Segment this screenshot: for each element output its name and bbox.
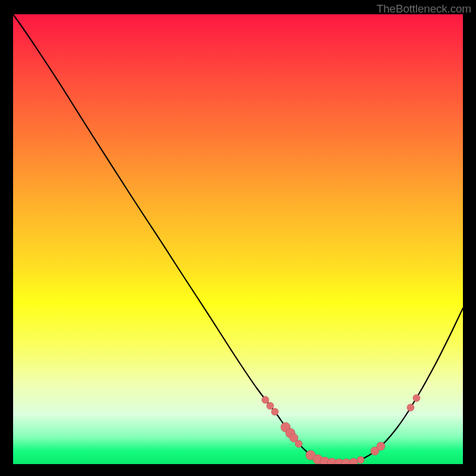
highlight-dot [407, 404, 414, 411]
chart-plot-area [13, 14, 463, 464]
highlight-dot [267, 402, 274, 409]
highlight-dot [349, 458, 358, 464]
highlight-dot [271, 408, 278, 415]
highlight-dot [262, 396, 269, 403]
highlight-dot [295, 440, 302, 447]
highlight-dot [357, 456, 364, 464]
bottleneck-curve [13, 14, 463, 464]
chart-svg-overlay [13, 14, 463, 464]
highlight-dot [377, 442, 385, 450]
page-container: TheBottleneck.com [0, 0, 476, 476]
watermark-text: TheBottleneck.com [377, 2, 471, 15]
highlight-dot [413, 394, 420, 402]
